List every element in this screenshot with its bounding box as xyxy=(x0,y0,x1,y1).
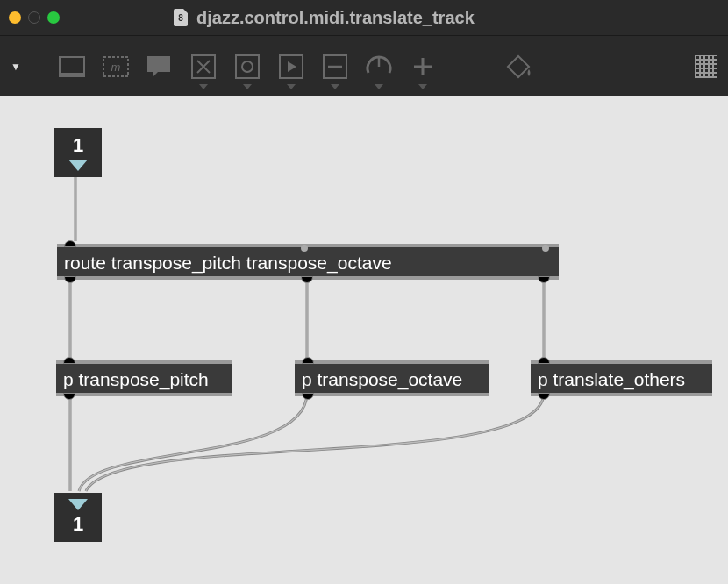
subpatcher-transpose-pitch[interactable]: p transpose_pitch xyxy=(56,360,232,396)
new-button-object-button[interactable] xyxy=(186,49,221,84)
chevron-down-icon xyxy=(68,160,88,171)
subpatcher-label: p transpose_octave xyxy=(302,369,462,389)
outlet-number-box[interactable]: 1 xyxy=(54,493,102,542)
document-icon: 8 xyxy=(174,9,188,26)
route-object-text: route transpose_pitch transpose_octave xyxy=(64,253,392,273)
route-object[interactable]: route transpose_pitch transpose_octave xyxy=(57,244,559,280)
inlet-number-box[interactable]: 1 xyxy=(54,128,102,177)
grid-toggle-button[interactable] xyxy=(695,55,717,78)
outlet-number-value: 1 xyxy=(73,513,83,536)
close-window-button[interactable] xyxy=(9,11,21,24)
svg-marker-10 xyxy=(288,61,296,72)
subpatcher-label: p transpose_pitch xyxy=(63,369,209,389)
subpatcher-translate-others[interactable]: p translate_others xyxy=(531,360,712,396)
svg-rect-7 xyxy=(236,55,259,78)
new-slider-object-button[interactable] xyxy=(318,49,353,84)
title-bar: 8 djazz.control.midi.translate_track xyxy=(0,0,728,35)
paint-bucket-button[interactable] xyxy=(502,49,537,84)
new-number-object-button[interactable] xyxy=(274,49,309,84)
view-menu-trigger[interactable]: ▼ xyxy=(11,61,21,73)
subpatcher-transpose-octave[interactable]: p transpose_octave xyxy=(295,360,489,396)
new-message-button[interactable]: m xyxy=(98,49,133,84)
zoom-window-button[interactable] xyxy=(47,11,60,24)
add-object-button[interactable] xyxy=(405,49,440,84)
patch-cables xyxy=(0,96,728,584)
svg-point-8 xyxy=(242,61,253,72)
patcher-canvas[interactable]: 1 route transpose_pitch transpose_octave… xyxy=(0,96,728,584)
chevron-down-icon xyxy=(68,499,88,510)
new-toggle-object-button[interactable] xyxy=(230,49,265,84)
new-dial-object-button[interactable] xyxy=(361,49,396,84)
new-comment-button[interactable] xyxy=(142,49,177,84)
svg-text:m: m xyxy=(111,61,120,74)
toolbar: ▼ m xyxy=(0,35,728,96)
presentation-mode-button[interactable] xyxy=(54,49,89,84)
minimize-window-button[interactable] xyxy=(28,11,40,24)
window-title: djazz.control.midi.translate_track xyxy=(196,8,475,28)
inlet-number-value: 1 xyxy=(73,134,83,157)
subpatcher-label: p translate_others xyxy=(538,369,685,389)
traffic-lights xyxy=(9,11,60,24)
